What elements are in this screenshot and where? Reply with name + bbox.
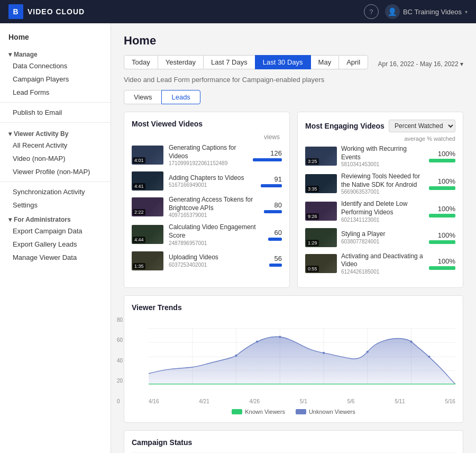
engage-bar-wrap-3: 100% — [429, 205, 455, 218]
bar-1 — [253, 158, 282, 161]
most-engaging-title: Most Engaging Videos — [305, 122, 385, 130]
date-tab-may[interactable]: May — [310, 55, 340, 69]
sidebar-item-publish-email[interactable]: Publish to Email — [0, 106, 111, 119]
sidebar-item-viewer-profile[interactable]: Viewer Profile (non-MAP) — [0, 165, 111, 178]
chart-legend: Known Viewers Unknown Viewers — [132, 409, 455, 415]
engage-thumb-2: 3:35 — [305, 174, 337, 193]
user-name: BC Training Videos — [403, 8, 462, 16]
brand: B VIDEO CLOUD — [8, 4, 85, 19]
bar-4 — [268, 238, 282, 241]
sidebar-item-video-non-map[interactable]: Video (non-MAP) — [0, 152, 111, 165]
video-item-2: 4:41 Adding Chapters to Videos 516716694… — [132, 171, 282, 191]
unknown-swatch — [296, 409, 306, 414]
sidebar-section-admin[interactable]: ▾ For Administrators — [0, 212, 111, 224]
home-label: Home — [8, 33, 29, 41]
duration-2: 4:41 — [133, 183, 145, 189]
most-viewed-title: Most Viewed Videos — [132, 120, 282, 128]
chevron-down-icon: ▾ — [465, 9, 468, 15]
engage-bar-wrap-5: 100% — [429, 257, 455, 270]
engage-thumb-1: 3:25 — [305, 147, 337, 166]
video-info-4: Calculating Video Engagement Score 24878… — [169, 223, 261, 246]
engage-info-2: Reviewing Tools Needed for the Native SD… — [341, 173, 425, 195]
bar-5 — [269, 264, 282, 267]
unknown-viewers-area — [149, 337, 455, 384]
sidebar-item-manage-viewer[interactable]: Manage Viewer Data — [0, 251, 111, 264]
video-thumb-2: 4:41 — [132, 171, 163, 191]
duration-5: 1:35 — [133, 263, 145, 269]
campaign-status-card: Campaign Status Connection Name Connecti… — [124, 430, 463, 453]
video-info-3: Generating Access Tokens for Brightcove … — [169, 196, 259, 218]
engage-thumb-5: 0:55 — [305, 254, 337, 273]
sidebar-item-all-recent[interactable]: All Recent Activity — [0, 139, 111, 152]
engage-bar-5 — [429, 266, 455, 270]
video-item-5: 1:35 Uploading Videos 6037253402001 56 — [132, 251, 282, 270]
video-thumb-5: 1:35 — [132, 251, 163, 270]
video-thumb-1: 4:01 — [132, 146, 163, 165]
sidebar-item-lead-forms[interactable]: Lead Forms — [0, 86, 111, 99]
tab-views[interactable]: Views — [124, 90, 162, 104]
date-tab-last30[interactable]: Last 30 Days — [255, 55, 311, 69]
video-item-4: 4:44 Calculating Video Engagement Score … — [132, 223, 282, 246]
sidebar-section-viewer-activity[interactable]: ▾ Viewer Activity By — [0, 126, 111, 139]
viewer-trends-card: Viewer Trends 80 60 40 20 0 — [124, 295, 463, 423]
trends-title: Viewer Trends — [132, 303, 455, 312]
video-info-1: Generating Captions for Videos 171099919… — [169, 144, 248, 166]
data-point-1 — [235, 355, 237, 357]
engage-thumb-3: 9:26 — [305, 202, 337, 221]
most-viewed-card: Most Viewed Videos views 4:01 Generating… — [124, 112, 290, 288]
video-thumb-3: 2:22 — [132, 197, 163, 216]
engage-bar-4 — [429, 240, 455, 244]
topbar: B VIDEO CLOUD ? 👤 BC Training Videos ▾ — [0, 0, 476, 23]
tab-leads[interactable]: Leads — [161, 90, 200, 104]
bar-2 — [261, 184, 282, 187]
sidebar-item-settings[interactable]: Settings — [0, 198, 111, 212]
unknown-viewers-legend: Unknown Viewers — [296, 409, 355, 415]
trends-chart — [149, 317, 455, 396]
page-subtitle: Video and Lead Form performance for Camp… — [124, 76, 463, 84]
date-range[interactable]: Apr 16, 2022 - May 16, 2022 ▾ — [378, 60, 463, 68]
metric-dropdown[interactable]: Percent Watched — [389, 120, 455, 132]
sidebar-item-data-connections[interactable]: Data Connections — [0, 59, 111, 73]
duration-1: 4:01 — [133, 157, 145, 164]
data-point-7 — [428, 356, 430, 358]
sidebar-item-home[interactable]: Home — [0, 28, 111, 47]
engage-bar-wrap-2: 100% — [429, 177, 455, 190]
collapse-icon-viewer: ▾ — [8, 130, 12, 138]
video-info-5: Uploading Videos 6037253402001 — [169, 253, 261, 268]
data-point-2 — [256, 340, 258, 342]
bar-3 — [264, 210, 282, 213]
engage-item-4: 1:29 Styling a Player 6038077824001 100% — [305, 228, 455, 247]
sidebar-section-manage[interactable]: ▾ Manage — [0, 47, 111, 59]
help-button[interactable]: ? — [364, 4, 379, 19]
video-bar-3: 80 — [264, 201, 282, 213]
sidebar-item-export-campaign[interactable]: Export Campaign Data — [0, 224, 111, 238]
duration-3: 2:22 — [133, 209, 145, 215]
known-swatch — [232, 409, 242, 414]
duration-4: 4:44 — [133, 237, 145, 243]
date-tab-yesterday[interactable]: Yesterday — [158, 55, 204, 69]
engage-item-1: 3:25 Working with Recurring Events 58103… — [305, 145, 455, 167]
view-tabs: Views Leads — [124, 90, 463, 104]
sidebar-item-export-gallery[interactable]: Export Gallery Leads — [0, 238, 111, 251]
date-tab-today[interactable]: Today — [124, 55, 158, 69]
video-bar-5: 56 — [266, 255, 282, 267]
data-point-6 — [410, 340, 412, 342]
known-viewers-legend: Known Viewers — [232, 409, 285, 415]
date-tab-last7[interactable]: Last 7 Days — [203, 55, 255, 69]
engage-bar-1 — [429, 159, 455, 162]
data-point-3 — [279, 336, 281, 338]
page-title: Home — [124, 34, 463, 48]
engage-thumb-4: 1:29 — [305, 228, 337, 247]
sidebar-item-sync[interactable]: Synchronization Activity — [0, 185, 111, 198]
user-menu[interactable]: 👤 BC Training Videos ▾ — [385, 4, 468, 19]
data-point-4 — [323, 352, 325, 354]
engage-info-5: Activating and Deactivating a Video 6124… — [341, 252, 425, 275]
user-avatar: 👤 — [385, 4, 400, 19]
chart-x-labels: 4/16 4/21 4/26 5/1 5/6 5/11 5/16 — [149, 396, 455, 404]
brand-logo[interactable]: B — [8, 4, 23, 19]
sidebar: Home ▾ Manage Data Connections Campaign … — [0, 23, 111, 453]
date-tab-april[interactable]: April — [338, 55, 368, 69]
engage-bar-3 — [429, 214, 455, 218]
sidebar-item-campaign-players[interactable]: Campaign Players — [0, 73, 111, 86]
avg-label: average % watched — [305, 135, 455, 142]
